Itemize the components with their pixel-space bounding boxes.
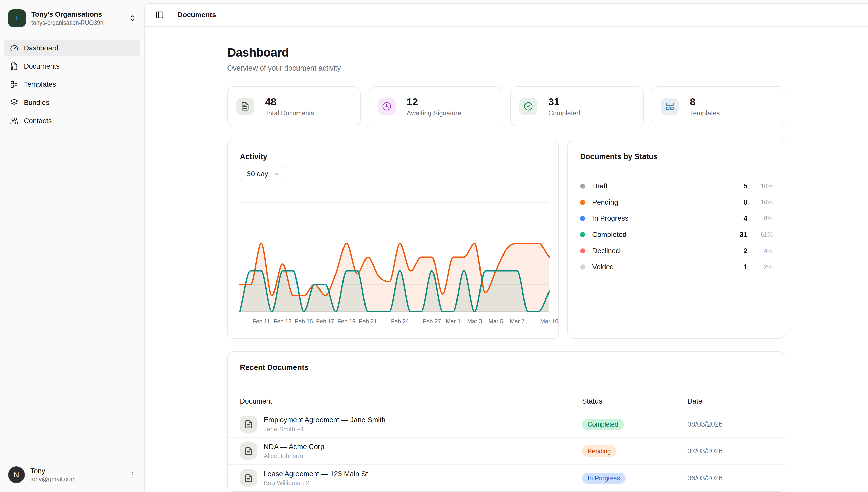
status-percent: 16% xyxy=(747,199,773,206)
gauge-icon xyxy=(10,44,18,52)
stat-card-awaiting-signature: 12 Awaiting Signature xyxy=(369,87,502,126)
sidebar-item-label: Contacts xyxy=(24,117,52,125)
status-row-pending: Pending 8 16% xyxy=(580,194,773,211)
status-count: 1 xyxy=(726,263,747,271)
status-count: 5 xyxy=(726,182,747,190)
recent-title: Recent Documents xyxy=(228,363,785,372)
table-header: Document Status Date xyxy=(228,392,785,411)
status-count: 31 xyxy=(726,230,747,239)
column-header-status: Status xyxy=(582,397,687,405)
document-date: 06/03/2026 xyxy=(687,474,773,482)
x-axis-tick: Mar 5 xyxy=(489,318,504,325)
status-percent: 2% xyxy=(747,264,773,271)
x-axis-tick: Feb 17 xyxy=(316,318,334,325)
sidebar-nav: Dashboard Documents Templates Bundles xyxy=(4,40,140,129)
x-axis-tick: Mar 3 xyxy=(467,318,482,325)
file-text-icon xyxy=(236,98,254,115)
sidebar-item-documents[interactable]: Documents xyxy=(4,58,140,74)
activity-card: Activity 30 day Feb 11Feb 13Feb 15Feb 17… xyxy=(227,140,559,339)
recent-documents-card: Recent Documents Document Status Date E xyxy=(227,351,785,492)
sidebar-item-templates[interactable]: Templates xyxy=(4,76,140,93)
ellipsis-vertical-icon[interactable] xyxy=(128,471,136,478)
status-count: 8 xyxy=(726,198,747,206)
x-axis-tick: Feb 15 xyxy=(295,318,313,325)
sidebar-item-dashboard[interactable]: Dashboard xyxy=(4,40,140,56)
status-row-voided: Voided 1 2% xyxy=(580,259,773,275)
topbar-divider xyxy=(172,11,172,19)
status-row-draft: Draft 5 10% xyxy=(580,178,773,194)
stat-value: 8 xyxy=(690,96,720,108)
org-switcher[interactable]: T Tony's Organisations tonys-organisatio… xyxy=(4,7,140,29)
app-root: T Tony's Organisations tonys-organisatio… xyxy=(0,0,868,492)
page-title: Dashboard xyxy=(227,46,785,59)
status-count: 4 xyxy=(726,214,747,222)
x-axis-tick: Mar 10 xyxy=(540,318,558,325)
sidebar: T Tony's Organisations tonys-organisatio… xyxy=(0,0,144,492)
x-axis-tick: Feb 19 xyxy=(337,318,356,325)
x-axis-tick: Feb 11 xyxy=(252,318,270,325)
stat-label: Total Documents xyxy=(265,109,314,117)
status-label: Declined xyxy=(592,247,726,255)
topbar: Documents xyxy=(145,3,868,27)
panel-left-icon xyxy=(156,11,164,19)
document-title: Employment Agreement — Jane Smith xyxy=(264,416,385,424)
status-badge: In Progress xyxy=(582,472,626,484)
sidebar-item-label: Documents xyxy=(24,62,60,70)
status-rows: Draft 5 10% Pending 8 16% xyxy=(580,178,773,275)
layout-panels-icon xyxy=(661,98,679,115)
status-label: Voided xyxy=(592,263,726,271)
file-text-icon xyxy=(240,416,257,433)
sidebar-spacer xyxy=(4,129,140,464)
org-slug: tonys-organisation-RUO39h xyxy=(31,20,123,26)
status-count: 2 xyxy=(726,247,747,255)
table-row[interactable]: Lease Agreement — 123 Main St Bob Willia… xyxy=(228,465,785,492)
activity-chart: Feb 11Feb 13Feb 15Feb 17Feb 19Feb 21Feb … xyxy=(240,140,549,328)
x-axis-tick: Feb 21 xyxy=(359,318,377,325)
file-text-icon xyxy=(240,442,257,460)
documents-by-status-card: Documents by Status Draft 5 10% Pending xyxy=(567,140,785,339)
layers-icon xyxy=(10,99,18,107)
user-menu[interactable]: N Tony tony@gmail.com xyxy=(4,464,140,486)
org-meta: Tony's Organisations tonys-organisation-… xyxy=(31,10,123,26)
status-percent: 61% xyxy=(747,231,773,238)
topbar-title: Documents xyxy=(177,11,216,19)
stat-value: 12 xyxy=(407,96,461,108)
content: Dashboard Overview of your document acti… xyxy=(145,27,868,492)
status-dot xyxy=(580,265,585,270)
sidebar-toggle-button[interactable] xyxy=(153,8,167,22)
chevrons-up-down-icon xyxy=(129,15,136,22)
x-axis-tick: Feb 13 xyxy=(274,318,292,325)
table-row[interactable]: Employment Agreement — Jane Smith Jane S… xyxy=(228,411,785,438)
user-meta: Tony tony@gmail.com xyxy=(30,467,123,483)
activity-chart-svg xyxy=(240,140,549,313)
sidebar-item-contacts[interactable]: Contacts xyxy=(4,113,140,129)
document-cell: Employment Agreement — Jane Smith Jane S… xyxy=(240,416,582,433)
document-signers: Jane Smith +1 xyxy=(264,425,385,433)
table-row[interactable]: NDA — Acme Corp Alice Johnson Pending 07… xyxy=(228,438,785,465)
column-header-date: Date xyxy=(687,397,773,405)
status-badge: Completed xyxy=(582,419,624,430)
document-title: NDA — Acme Corp xyxy=(264,443,324,451)
document-signers: Bob Williams +2 xyxy=(264,479,368,487)
stat-card-completed: 31 Completed xyxy=(510,87,644,126)
document-cell: Lease Agreement — 123 Main St Bob Willia… xyxy=(240,469,582,487)
status-label: Draft xyxy=(592,182,726,190)
status-row-in-progress: In Progress 4 8% xyxy=(580,211,773,226)
status-percent: 10% xyxy=(747,182,773,190)
document-cell: NDA — Acme Corp Alice Johnson xyxy=(240,442,582,460)
sidebar-item-label: Dashboard xyxy=(24,44,58,52)
status-row-declined: Declined 2 4% xyxy=(580,243,773,259)
x-axis-tick: Mar 1 xyxy=(446,318,461,325)
column-header-document: Document xyxy=(240,397,582,405)
org-avatar: T xyxy=(8,9,26,27)
stat-cards: 48 Total Documents 12 Awaiting Signature xyxy=(227,87,785,126)
status-dot xyxy=(580,200,585,205)
document-date: 07/03/2026 xyxy=(687,447,773,455)
sidebar-item-bundles[interactable]: Bundles xyxy=(4,95,140,111)
file-badge-icon xyxy=(10,62,18,70)
stat-label: Awaiting Signature xyxy=(407,109,461,117)
x-axis-tick: Feb 27 xyxy=(423,318,441,325)
status-percent: 8% xyxy=(747,215,773,222)
document-title: Lease Agreement — 123 Main St xyxy=(264,470,368,478)
x-axis-tick: Feb 24 xyxy=(391,318,409,325)
